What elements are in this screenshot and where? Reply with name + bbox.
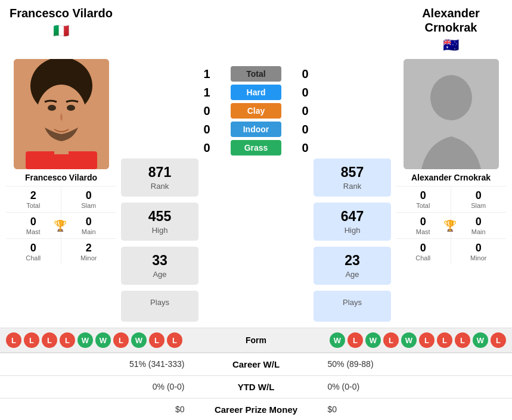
score-badge-total: Total [231, 66, 281, 82]
rank-right-lbl: Rank [318, 182, 386, 191]
player-right-name-block: Alexander Crnokrak 🇦🇺 [396, 6, 506, 53]
form-left-pill-5: W [95, 332, 111, 348]
stat-left-total-val: 2 [30, 189, 36, 202]
age-right-val: 23 [318, 253, 386, 269]
career-wl-label: Career W/L [197, 359, 316, 369]
high-box-right: 647 High [314, 203, 391, 241]
stat-left-main: 0 Main [61, 212, 117, 238]
high-box-left: 455 High [121, 203, 198, 241]
form-right-pill-5: L [419, 332, 435, 348]
plays-left-lbl: Plays [126, 298, 194, 307]
stat-left-slam: 0 Slam [61, 186, 117, 212]
career-wl-row: 51% (341-333) Career W/L 50% (89-88) [0, 353, 512, 375]
score-total-left: 1 [195, 67, 219, 81]
high-left-val: 455 [126, 209, 194, 225]
career-wl-right: 50% (89-88) [316, 359, 504, 369]
stat-right-total-val: 0 [420, 189, 426, 202]
score-rows: 1 Total 0 1 Hard 0 0 Clay 0 [116, 59, 396, 155]
form-left-pill-9: L [167, 332, 182, 348]
stat-left-main-val: 0 [86, 216, 92, 228]
form-right-pill-8: W [473, 332, 488, 348]
score-badge-grass: Grass [231, 140, 281, 155]
age-boxes-row: 33 Age 23 Age [116, 244, 396, 288]
career-wl-left: 51% (341-333) [9, 359, 197, 369]
form-left-pill-0: L [6, 332, 21, 348]
form-right-pill-4: W [401, 332, 417, 348]
form-right-pills: W L W L W L L L W L [286, 332, 507, 348]
age-right-lbl: Age [318, 270, 386, 279]
form-label: Form [226, 335, 286, 345]
plays-box-left: Plays [121, 291, 198, 322]
stat-right-chall-lbl: Chall [415, 254, 430, 262]
stat-left-chall: 0 Chall [6, 238, 61, 265]
stat-left-minor-lbl: Minor [80, 254, 97, 262]
ytd-wl-right: 0% (0-0) [316, 382, 504, 392]
age-left-lbl: Age [126, 270, 194, 279]
stat-right-chall-val: 0 [420, 242, 426, 254]
player-left-name: Francesco Vilardo [6, 6, 116, 20]
trophy-right-icon: 🏆 [443, 219, 457, 232]
stat-right-chall: 0 Chall [396, 238, 451, 265]
score-grass-left: 0 [195, 141, 219, 155]
rank-right-val: 857 [318, 164, 386, 181]
score-indoor-right: 0 [293, 123, 317, 136]
stat-left-slam-lbl: Slam [81, 202, 96, 209]
stat-right-minor-lbl: Minor [470, 254, 487, 262]
stat-right-slam-lbl: Slam [471, 202, 486, 209]
rank-box-right: 857 Rank [314, 158, 391, 197]
stat-right-minor-val: 0 [476, 242, 482, 254]
stat-right-minor: 0 Minor [451, 238, 507, 265]
player-left-block: Francesco Vilardo 2 Total 0 Slam 0 🏆 [6, 59, 116, 325]
score-total-right: 0 [293, 67, 317, 81]
stat-right-mast: 0 🏆 Mast [396, 212, 451, 238]
stat-left-total-lbl: Total [26, 202, 40, 209]
score-row-hard: 1 Hard 0 [116, 85, 396, 100]
stat-left-main-lbl: Main [82, 228, 96, 235]
score-grass-right: 0 [293, 141, 317, 155]
svg-point-8 [430, 75, 472, 120]
svg-rect-6 [54, 142, 69, 154]
stat-left-mast: 0 🏆 Mast [6, 212, 61, 238]
form-left-pill-3: L [60, 332, 75, 348]
score-row-total: 1 Total 0 [116, 66, 396, 82]
stat-right-main-val: 0 [476, 216, 482, 228]
form-left-pills: L L L L W W L W L L [6, 332, 226, 348]
svg-point-4 [67, 105, 75, 111]
player-right-photo [404, 59, 499, 169]
rank-left-val: 871 [126, 164, 194, 181]
ytd-wl-label: YTD W/L [197, 382, 316, 392]
career-prize-label: Career Prize Money [197, 405, 316, 415]
form-right-pill-1: L [347, 332, 363, 348]
player-right-name: Alexander Crnokrak [396, 6, 506, 35]
stat-right-total: 0 Total [396, 186, 451, 212]
score-row-indoor: 0 Indoor 0 [116, 122, 396, 137]
form-left-pill-1: L [24, 332, 39, 348]
form-left-pill-8: L [149, 332, 165, 348]
form-right-pill-9: L [491, 332, 506, 348]
high-left-lbl: High [126, 226, 194, 235]
stat-right-total-lbl: Total [416, 202, 430, 209]
score-badge-hard: Hard [231, 85, 281, 100]
stat-left-mast-val: 0 [30, 216, 36, 228]
high-right-lbl: High [318, 226, 386, 235]
stat-right-mast-val: 0 [420, 216, 426, 228]
score-badge-clay: Clay [231, 103, 281, 119]
stat-left-chall-val: 0 [30, 242, 36, 254]
player-right-block: Alexander Crnokrak 0 Total 0 Slam 0 🏆 [396, 59, 506, 325]
player-left-flag: 🇮🇹 [6, 23, 116, 39]
rank-boxes-row: 871 Rank 857 Rank [116, 155, 396, 200]
stat-right-main: 0 Main [451, 212, 507, 238]
score-row-grass: 0 Grass 0 [116, 140, 396, 155]
stat-left-slam-val: 0 [86, 189, 92, 202]
form-bar: L L L L W W L W L L Form W L W L W L L L [0, 328, 512, 353]
form-left-pill-2: L [42, 332, 57, 348]
player-left-subname: Francesco Vilardo [25, 173, 97, 182]
score-indoor-left: 0 [195, 123, 219, 136]
form-right-pill-7: L [455, 332, 470, 348]
stat-right-slam-val: 0 [476, 189, 482, 202]
high-boxes-row: 455 High 647 High [116, 200, 396, 244]
rank-box-left: 871 Rank [121, 158, 198, 197]
bottom-stats: 51% (341-333) Career W/L 50% (89-88) 0% … [0, 353, 512, 420]
rank-left-lbl: Rank [126, 182, 194, 191]
ytd-wl-row: 0% (0-0) YTD W/L 0% (0-0) [0, 375, 512, 398]
